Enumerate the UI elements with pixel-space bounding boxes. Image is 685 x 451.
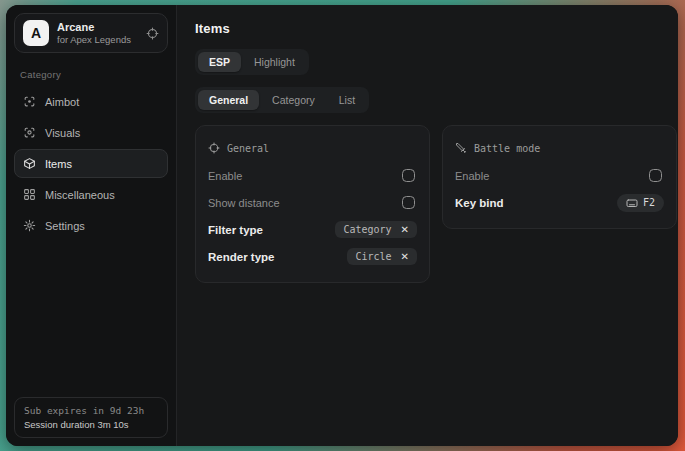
sidebar-item-label: Aimbot [45, 96, 79, 108]
sidebar-item-label: Settings [45, 220, 85, 232]
enable-checkbox[interactable] [402, 169, 415, 182]
category-section-label: Category [20, 69, 162, 80]
sidebar-item-settings[interactable]: Settings [14, 211, 168, 240]
main-content: Items ESP Highlight General Category Lis… [176, 5, 678, 446]
scan-eye-icon [23, 126, 36, 139]
view-tabs: General Category List [195, 87, 369, 113]
sword-icon [455, 142, 467, 154]
brand-name: Arcane [57, 21, 131, 33]
setting-row-render-type: Render type Circle ✕ [208, 243, 417, 270]
setting-label: Enable [208, 170, 242, 182]
battle-enable-checkbox[interactable] [649, 169, 662, 182]
setting-label: Filter type [208, 224, 263, 236]
sidebar-item-items[interactable]: Items [14, 149, 168, 178]
brand-text: Arcane for Apex Legends [57, 21, 131, 45]
crosshair-icon [208, 142, 220, 154]
tab-category[interactable]: Category [261, 90, 326, 110]
tab-highlight[interactable]: Highlight [243, 52, 306, 72]
grid-icon [23, 188, 36, 201]
setting-row-filter-type: Filter type Category ✕ [208, 216, 417, 243]
setting-label: Render type [208, 251, 274, 263]
gear-icon [23, 219, 36, 232]
crosshair-target-icon[interactable] [146, 27, 159, 40]
setting-row-enable: Enable [455, 162, 664, 189]
package-icon [23, 157, 36, 170]
selected-value: Category [343, 224, 391, 235]
sidebar-nav: Aimbot Visuals Items Miscellaneous [14, 87, 168, 240]
brand-header: A Arcane for Apex Legends [14, 13, 168, 53]
setting-label: Enable [455, 170, 489, 182]
sidebar-item-label: Visuals [45, 127, 80, 139]
sub-expiry-text: Sub expires in 9d 23h [24, 405, 158, 416]
keyboard-icon [626, 197, 638, 209]
selected-value: Circle [355, 251, 391, 262]
page-title: Items [195, 21, 677, 36]
tab-list[interactable]: List [328, 90, 366, 110]
sidebar-item-visuals[interactable]: Visuals [14, 118, 168, 147]
setting-row-show-distance: Show distance [208, 189, 417, 216]
panels-row: General Enable Show distance Filter type… [195, 125, 677, 283]
session-duration-text: Session duration 3m 10s [24, 419, 158, 430]
render-type-select[interactable]: Circle ✕ [347, 248, 417, 265]
battle-mode-panel: Battle mode Enable Key bind F2 [442, 125, 677, 229]
setting-label: Key bind [455, 197, 504, 209]
panel-title: Battle mode [474, 143, 540, 154]
general-panel-header: General [208, 138, 417, 158]
general-panel: General Enable Show distance Filter type… [195, 125, 430, 283]
sidebar: A Arcane for Apex Legends Category Aimbo… [6, 5, 176, 446]
clear-icon[interactable]: ✕ [401, 252, 409, 262]
setting-row-key-bind: Key bind F2 [455, 189, 664, 216]
clear-icon[interactable]: ✕ [401, 225, 409, 235]
filter-type-select[interactable]: Category ✕ [335, 221, 417, 238]
app-window: A Arcane for Apex Legends Category Aimbo… [6, 5, 678, 446]
sidebar-item-aimbot[interactable]: Aimbot [14, 87, 168, 116]
panel-title: General [227, 143, 269, 154]
sidebar-item-label: Items [45, 158, 72, 170]
sidebar-item-miscellaneous[interactable]: Miscellaneous [14, 180, 168, 209]
brand-subtitle: for Apex Legends [57, 34, 131, 45]
sidebar-item-label: Miscellaneous [45, 189, 115, 201]
show-distance-checkbox[interactable] [402, 196, 415, 209]
focus-icon [23, 95, 36, 108]
subscription-info-box: Sub expires in 9d 23h Session duration 3… [14, 397, 168, 438]
keybind-button[interactable]: F2 [617, 194, 664, 212]
brand-logo: A [23, 20, 49, 46]
mode-tabs: ESP Highlight [195, 49, 309, 75]
setting-label: Show distance [208, 197, 280, 209]
battle-mode-panel-header: Battle mode [455, 138, 664, 158]
tab-esp[interactable]: ESP [198, 52, 241, 72]
setting-row-enable: Enable [208, 162, 417, 189]
tab-general[interactable]: General [198, 90, 259, 110]
keybind-value: F2 [643, 197, 655, 208]
